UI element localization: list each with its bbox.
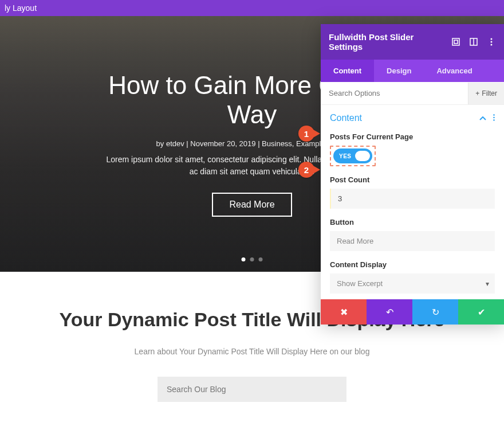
svg-point-9 [493, 119, 495, 121]
field-post-count: Post Count [321, 172, 504, 214]
post-count-input[interactable] [331, 189, 495, 209]
snap-icon[interactable] [468, 37, 478, 47]
layout-label: ly Layout [5, 3, 37, 13]
svg-point-8 [493, 116, 495, 118]
slider-dot[interactable] [242, 257, 246, 261]
slider-dot[interactable] [259, 257, 263, 261]
field-label: Posts For Current Page [330, 132, 495, 141]
kebab-menu-icon[interactable] [486, 37, 496, 47]
callout-2: 2 [298, 161, 321, 178]
blog-search-input[interactable] [158, 377, 346, 402]
section-header[interactable]: Content [321, 105, 504, 129]
svg-point-5 [490, 41, 492, 43]
save-button[interactable]: ✔ [458, 299, 504, 325]
svg-rect-1 [454, 40, 458, 44]
undo-icon: ↶ [386, 307, 393, 318]
callout-tail [312, 129, 320, 138]
panel-tabs: Content Design Advanced [321, 60, 504, 82]
field-content-display: Content Display ▾ [321, 257, 504, 299]
filter-button[interactable]: + Filter [468, 83, 504, 104]
panel-actionbar: ✖ ↶ ↻ ✔ [321, 299, 504, 325]
svg-rect-0 [452, 38, 459, 45]
field-button: Button [321, 214, 504, 257]
tab-content[interactable]: Content [321, 60, 374, 82]
tab-advanced[interactable]: Advanced [424, 60, 485, 82]
callout-highlight: YES [330, 146, 376, 166]
callout-tail [312, 165, 320, 174]
svg-point-6 [490, 44, 492, 46]
check-icon: ✔ [478, 307, 485, 318]
tab-design[interactable]: Design [374, 60, 424, 82]
close-icon: ✖ [340, 307, 348, 318]
content-display-select[interactable] [330, 273, 495, 294]
chevron-up-icon[interactable] [479, 114, 486, 123]
callout-1: 1 [298, 125, 321, 142]
cancel-button[interactable]: ✖ [321, 299, 367, 325]
plus-icon: + [475, 89, 479, 97]
redo-button[interactable]: ↻ [412, 299, 458, 325]
top-toolbar: ly Layout [0, 0, 504, 16]
svg-point-4 [490, 38, 492, 40]
field-label: Post Count [330, 175, 495, 184]
search-options-input[interactable] [321, 82, 468, 104]
undo-button[interactable]: ↶ [367, 299, 412, 325]
toggle-yes[interactable]: YES [333, 148, 372, 163]
field-label: Button [330, 218, 495, 226]
expand-icon[interactable] [451, 37, 460, 47]
kebab-menu-icon[interactable] [493, 114, 495, 123]
slider-dot[interactable] [250, 257, 254, 261]
slider-dots [242, 257, 263, 261]
search-row: + Filter [321, 82, 504, 105]
filter-label: Filter [482, 89, 497, 97]
settings-panel: Fullwidth Post Slider Settings Content D… [321, 24, 504, 325]
svg-point-7 [493, 114, 495, 116]
page-subtitle: Learn about Your Dynamic Post Title Will… [23, 347, 481, 356]
button-text-input[interactable] [330, 231, 495, 251]
toggle-label: YES [339, 153, 352, 159]
panel-header: Fullwidth Post Slider Settings [321, 24, 504, 60]
panel-title: Fullwidth Post Slider Settings [329, 32, 443, 52]
field-posts-for-current-page: Posts For Current Page YES [321, 129, 504, 172]
section-title: Content [330, 113, 362, 123]
read-more-button[interactable]: Read More [212, 193, 292, 217]
toggle-knob [355, 151, 370, 161]
field-label: Content Display [330, 260, 495, 269]
redo-icon: ↻ [432, 307, 439, 318]
